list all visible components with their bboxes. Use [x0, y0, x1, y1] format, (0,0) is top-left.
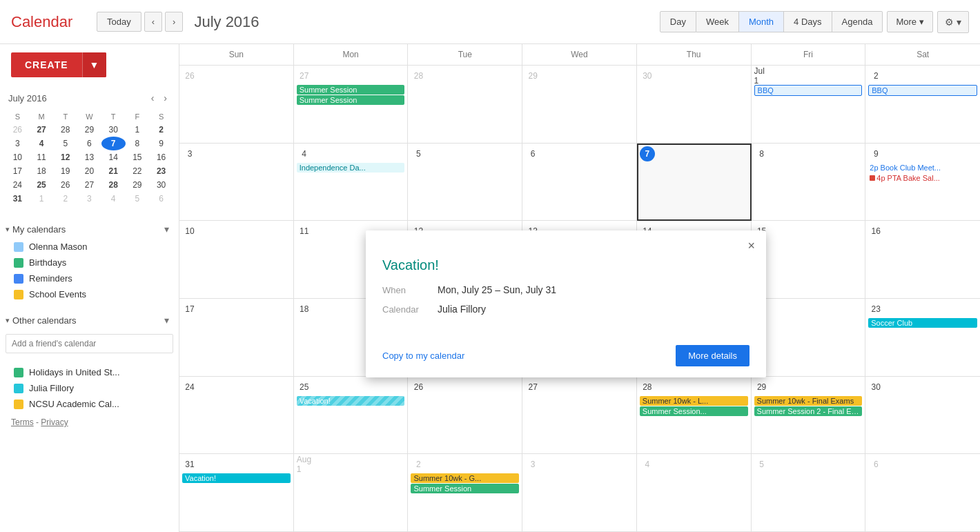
cal-cell[interactable]: 28Summer 10wk - L...Summer Session... [637, 377, 752, 455]
sidebar-item-birthdays[interactable]: Birthdays [0, 255, 179, 270]
cal-cell[interactable]: 2BBQ [865, 66, 980, 144]
create-dropdown-arrow[interactable]: ▼ [82, 52, 107, 77]
mini-cal-day[interactable]: 2 [53, 192, 77, 206]
other-calendars-collapse[interactable]: ▾ [160, 313, 173, 327]
mini-cal-day[interactable]: 22 [126, 164, 150, 178]
mini-cal-day[interactable]: 26 [53, 178, 77, 192]
cal-cell[interactable]: 8 [752, 144, 866, 221]
cal-cell[interactable]: 17 [179, 299, 294, 377]
cal-cell[interactable]: Aug 1 [294, 454, 409, 532]
cal-cell[interactable]: 30 [637, 66, 752, 144]
mini-cal-day[interactable]: 1 [30, 192, 54, 206]
mini-cal-day[interactable]: 17 [6, 164, 30, 178]
view-month-button[interactable]: Month [739, 11, 784, 32]
cal-cell[interactable]: Jul 1BBQ [752, 66, 866, 144]
next-button[interactable]: › [165, 12, 183, 32]
mini-cal-day[interactable]: 4 [101, 192, 126, 206]
create-button[interactable]: CREATE ▼ [11, 52, 106, 77]
my-calendars-section[interactable]: ▾ My calendars ▾ [0, 217, 179, 239]
mini-cal-day[interactable]: 29 [126, 178, 150, 192]
event-chip[interactable]: Summer Session... [640, 406, 748, 416]
mini-cal-day[interactable]: 23 [149, 164, 173, 178]
mini-cal-day[interactable]: 6 [77, 137, 101, 150]
mini-cal-title[interactable]: July 2016 [8, 93, 47, 104]
cal-cell[interactable]: 4 [637, 454, 752, 532]
mini-cal-day[interactable]: 7 [101, 137, 126, 150]
terms-link[interactable]: Terms [11, 417, 34, 427]
cal-cell[interactable]: 5 [752, 454, 866, 532]
cal-cell[interactable]: 4Independence Da... [294, 144, 409, 221]
mini-cal-day[interactable]: 29 [77, 123, 101, 137]
event-chip[interactable]: Summer Session [297, 95, 405, 105]
copy-to-calendar-link[interactable]: Copy to my calendar [382, 351, 464, 361]
cal-cell[interactable]: 26 [179, 66, 294, 144]
cal-cell[interactable]: 28 [408, 66, 522, 144]
cal-cell[interactable]: 27 [522, 377, 637, 455]
sidebar-item-olenna-mason[interactable]: Olenna Mason [0, 239, 179, 255]
mini-cal-day[interactable]: 30 [149, 178, 173, 192]
view-week-button[interactable]: Week [696, 11, 739, 32]
mini-cal-day[interactable]: 15 [126, 150, 150, 164]
prev-button[interactable]: ‹ [144, 12, 162, 32]
mini-cal-day[interactable]: 31 [6, 192, 30, 206]
mini-cal-day[interactable]: 16 [149, 150, 173, 164]
cal-cell[interactable]: 24 [179, 377, 294, 455]
my-calendars-collapse[interactable]: ▾ [160, 222, 173, 236]
view-agenda-button[interactable]: Agenda [832, 11, 883, 32]
cal-cell[interactable]: 15 [752, 221, 866, 299]
cal-cell[interactable]: 27Summer SessionSummer Session [294, 66, 409, 144]
mini-cal-day[interactable]: 18 [30, 164, 54, 178]
mini-prev-button[interactable]: ‹ [148, 91, 158, 105]
cal-cell[interactable]: 10 [179, 221, 294, 299]
add-friend-input[interactable] [6, 334, 173, 353]
event-chip[interactable]: Summer Session 2 - Final Exams [754, 406, 863, 416]
mini-cal-day[interactable]: 4 [30, 137, 54, 150]
cal-cell[interactable]: 30 [865, 377, 980, 455]
mini-cal-day[interactable]: 24 [6, 178, 30, 192]
cal-cell[interactable]: 6 [865, 454, 980, 532]
other-sidebar-item-julia-fillory[interactable]: Julia Fillory [0, 380, 179, 396]
mini-cal-day[interactable]: 2 [149, 123, 173, 137]
event-chip[interactable]: Soccer Club [868, 318, 977, 328]
popup-close-button[interactable]: × [743, 237, 759, 255]
mini-cal-day[interactable]: 20 [77, 164, 101, 178]
mini-next-button[interactable]: › [160, 91, 170, 105]
event-chip[interactable]: Summer 10wk - L... [640, 396, 748, 406]
cal-cell[interactable]: 31Vacation! [179, 454, 294, 532]
view-day-button[interactable]: Day [660, 11, 696, 32]
mini-cal-day[interactable]: 11 [30, 150, 54, 164]
mini-cal-day[interactable]: 9 [149, 137, 173, 150]
event-chip[interactable]: 2p Book Club Meet... [868, 163, 977, 173]
cal-cell[interactable]: 7 [637, 144, 752, 221]
cal-cell[interactable]: 6 [522, 144, 637, 221]
event-chip[interactable]: Summer Session [297, 85, 405, 95]
more-details-button[interactable]: More details [676, 345, 749, 366]
view-4days-button[interactable]: 4 Days [784, 11, 832, 32]
event-chip[interactable]: Summer Session [411, 484, 519, 493]
cal-cell[interactable]: 3 [522, 454, 637, 532]
cal-cell[interactable]: 23Soccer Club [865, 299, 980, 377]
cal-cell[interactable]: 3 [179, 144, 294, 221]
cal-cell[interactable]: 22 [752, 299, 866, 377]
mini-cal-day[interactable]: 27 [30, 123, 54, 137]
mini-cal-day[interactable]: 3 [77, 192, 101, 206]
mini-cal-day[interactable]: 1 [126, 123, 150, 137]
mini-cal-day[interactable]: 13 [77, 150, 101, 164]
event-chip[interactable]: Summer 10wk - G... [411, 473, 519, 483]
event-chip[interactable]: BBQ [868, 85, 977, 96]
sidebar-item-reminders[interactable]: Reminders [0, 270, 179, 286]
mini-cal-day[interactable]: 14 [101, 150, 126, 164]
event-chip[interactable]: 4p PTA Bake Sal... [868, 173, 977, 183]
mini-cal-day[interactable]: 19 [53, 164, 77, 178]
mini-cal-day[interactable]: 5 [126, 192, 150, 206]
mini-cal-day[interactable]: 8 [126, 137, 150, 150]
other-calendars-section[interactable]: ▾ Other calendars ▾ [0, 308, 179, 330]
cal-cell[interactable]: 26 [408, 377, 522, 455]
mini-cal-day[interactable]: 30 [101, 123, 126, 137]
mini-cal-day[interactable]: 25 [30, 178, 54, 192]
mini-cal-day[interactable]: 6 [149, 192, 173, 206]
cal-cell[interactable]: 16 [865, 221, 980, 299]
cal-cell[interactable]: 29Summer 10wk - Final ExamsSummer Sessio… [752, 377, 866, 455]
settings-button[interactable]: ⚙ ▾ [937, 11, 969, 33]
cal-cell[interactable]: 29 [522, 66, 637, 144]
